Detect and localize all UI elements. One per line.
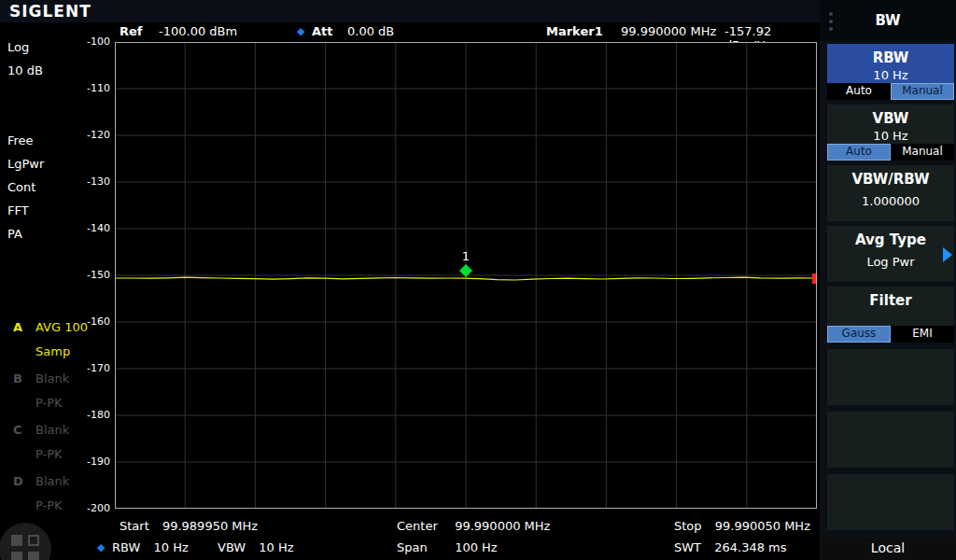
stop-value: 99.990050 MHz bbox=[715, 519, 810, 533]
rbw-manual-option[interactable]: Manual bbox=[891, 83, 954, 100]
amplitude-tick-label: -160 bbox=[71, 315, 110, 328]
vbw-auto-option[interactable]: Auto bbox=[827, 144, 891, 161]
local-button[interactable]: Local bbox=[820, 538, 956, 560]
scale-div-label: 10 dB bbox=[7, 63, 43, 77]
softkey-vbw-rbw-ratio[interactable]: VBW/RBW 1.000000 bbox=[827, 165, 954, 221]
fft-mode-label: FFT bbox=[7, 203, 29, 217]
rbw-auto-option[interactable]: Auto bbox=[827, 83, 891, 100]
amplitude-tick-label: -150 bbox=[71, 269, 110, 281]
svg-text:1: 1 bbox=[462, 249, 470, 263]
bottom-info-bar: Start 99.989950 MHz Center 99.990000 MHz… bbox=[0, 511, 820, 560]
sweep-position-indicator bbox=[812, 273, 816, 284]
ratio-softkey-title: VBW/RBW bbox=[827, 171, 954, 188]
menu-header: BW bbox=[820, 0, 956, 41]
ref-value[interactable]: -100.00 dBm bbox=[159, 24, 237, 38]
swt-label: SWT bbox=[674, 540, 701, 554]
softkey-blank-2 bbox=[827, 412, 954, 468]
submenu-arrow-icon bbox=[943, 247, 952, 262]
rbw-label: RBW bbox=[112, 540, 140, 554]
span-value: 100 Hz bbox=[455, 540, 498, 554]
rbw-auto-manual-toggle: Auto Manual bbox=[827, 83, 954, 100]
coupled-rbw-icon: ◆ bbox=[97, 541, 105, 553]
softkey-vbw[interactable]: VBW 10 Hz Auto Manual bbox=[827, 105, 954, 161]
rbw-value: 10 Hz bbox=[153, 540, 188, 554]
start-label: Start bbox=[120, 519, 149, 533]
trace-d-letter: D bbox=[13, 474, 23, 488]
filter-emi-option[interactable]: EMI bbox=[891, 326, 954, 343]
softkey-rbw[interactable]: RBW 10 Hz Auto Manual bbox=[827, 44, 954, 100]
amplitude-tick-label: -170 bbox=[71, 362, 110, 374]
vbw-readout[interactable]: VBW 10 Hz bbox=[218, 540, 294, 554]
trace-b-detector: P-PK bbox=[35, 396, 63, 410]
trace-d-mode: Blank bbox=[35, 474, 69, 488]
menu-title: BW bbox=[820, 12, 956, 29]
ratio-softkey-value: 1.000000 bbox=[827, 194, 954, 208]
spectrum-analyzer-app: SIGLENT Ref -100.00 dBm ◆ Att 0.00 dB Ma… bbox=[0, 0, 956, 560]
trace-d-detector: P-PK bbox=[35, 498, 63, 512]
logo-bar: SIGLENT bbox=[0, 0, 820, 22]
avg-type-softkey-title: Avg Type bbox=[827, 231, 954, 248]
rbw-softkey-title: RBW bbox=[827, 49, 954, 66]
scale-type-label: Log bbox=[7, 40, 29, 54]
stop-freq-readout[interactable]: Stop 99.990050 MHz bbox=[674, 519, 810, 533]
left-status-sidebar: Log 10 dB Free LgPwr Cont FFT PA A AVG 1… bbox=[0, 22, 115, 511]
trace-c-mode: Blank bbox=[35, 423, 69, 437]
trace-c-letter: C bbox=[13, 423, 22, 437]
amplitude-tick-label: -100 bbox=[71, 35, 110, 48]
marker-label: Marker1 bbox=[546, 24, 603, 38]
softkey-filter[interactable]: Filter Gauss EMI bbox=[827, 287, 954, 343]
vbw-value: 10 Hz bbox=[259, 540, 293, 554]
trigger-mode-label: Free bbox=[7, 133, 34, 147]
brand-logo: SIGLENT bbox=[9, 2, 91, 21]
sweep-mode-label: Cont bbox=[7, 180, 35, 194]
filter-type-toggle: Gauss EMI bbox=[827, 326, 954, 343]
avg-type-softkey-value: Log Pwr bbox=[827, 255, 954, 269]
softkey-blank-3 bbox=[827, 474, 954, 530]
filter-softkey-title: Filter bbox=[827, 292, 954, 309]
spectrum-display[interactable]: 1 bbox=[115, 42, 817, 509]
marker-frequency: 99.990000 MHz bbox=[621, 24, 716, 38]
att-label: Att bbox=[312, 24, 333, 38]
span-label: Span bbox=[397, 540, 442, 554]
stop-label: Stop bbox=[674, 519, 702, 533]
vbw-auto-manual-toggle: Auto Manual bbox=[827, 144, 954, 161]
span-readout[interactable]: Span 100 Hz bbox=[397, 540, 498, 554]
marker-1[interactable]: 1 bbox=[459, 249, 472, 277]
filter-gauss-option[interactable]: Gauss bbox=[827, 326, 891, 343]
trace-b-mode: Blank bbox=[35, 371, 69, 385]
amplitude-tick-label: -120 bbox=[71, 129, 110, 141]
vbw-softkey-title: VBW bbox=[827, 110, 954, 127]
amplitude-tick-label: -130 bbox=[71, 175, 110, 188]
amplitude-tick-label: -110 bbox=[71, 82, 110, 94]
swt-readout[interactable]: SWT 264.348 ms bbox=[674, 540, 787, 554]
preamp-label: PA bbox=[7, 227, 22, 241]
avg-mode-label: LgPwr bbox=[7, 157, 44, 171]
amplitude-tick-label: -180 bbox=[71, 409, 110, 421]
softkey-blank-1 bbox=[827, 349, 954, 405]
vbw-manual-option[interactable]: Manual bbox=[891, 144, 954, 161]
vbw-softkey-value: 10 Hz bbox=[827, 129, 954, 143]
trace-b-letter: B bbox=[13, 371, 22, 385]
rbw-softkey-value: 10 Hz bbox=[827, 68, 954, 82]
start-value: 99.989950 MHz bbox=[162, 519, 258, 533]
coupled-function-icon: ◆ bbox=[297, 25, 304, 37]
start-freq-readout[interactable]: Start 99.989950 MHz bbox=[120, 519, 258, 533]
center-freq-readout[interactable]: Center 99.990000 MHz bbox=[397, 519, 550, 533]
swt-value: 264.348 ms bbox=[714, 540, 786, 554]
center-label: Center bbox=[397, 519, 442, 533]
trace-plot: 1 bbox=[115, 42, 817, 509]
top-info-bar: Ref -100.00 dBm ◆ Att 0.00 dB Marker1 99… bbox=[0, 22, 820, 41]
vbw-label: VBW bbox=[218, 540, 246, 554]
trace-a-detector: Samp bbox=[35, 344, 70, 358]
trace-a-letter: A bbox=[13, 320, 22, 334]
trace-c-detector: P-PK bbox=[35, 447, 63, 461]
ref-label: Ref bbox=[120, 24, 142, 38]
amplitude-tick-label: -190 bbox=[71, 455, 110, 468]
center-value: 99.990000 MHz bbox=[455, 519, 550, 533]
amplitude-tick-label: -140 bbox=[71, 222, 110, 234]
softkey-avg-type[interactable]: Avg Type Log Pwr bbox=[827, 226, 954, 282]
rbw-readout[interactable]: RBW 10 Hz bbox=[112, 540, 189, 554]
att-value[interactable]: 0.00 dB bbox=[347, 24, 394, 38]
softkey-menu-panel: BW RBW 10 Hz Auto Manual VBW 10 Hz Auto … bbox=[820, 0, 956, 560]
